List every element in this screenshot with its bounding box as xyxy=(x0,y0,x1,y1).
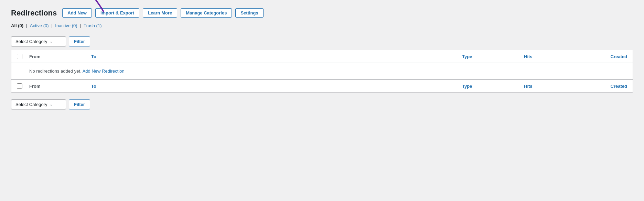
redirections-table: From To Type Hits Created No redirection… xyxy=(11,50,633,93)
select-category-label: Select Category xyxy=(15,39,47,44)
table-header-top: From To Type Hits Created xyxy=(11,50,633,63)
col-header-from-top: From xyxy=(29,54,91,59)
sublink-active[interactable]: Active (0) xyxy=(30,23,49,28)
select-category-top[interactable]: Select Category ⌄ xyxy=(11,36,66,46)
page-header: Redirections Add New Import & Export Lea… xyxy=(11,8,633,18)
col-header-to-bottom[interactable]: To xyxy=(91,84,462,89)
add-new-redirection-link[interactable]: Add New Redirection xyxy=(83,68,125,74)
sublinks-bar: All (0) | Active (0) | Inactive (0) | Tr… xyxy=(11,23,633,28)
col-header-hits-top[interactable]: Hits xyxy=(524,54,572,59)
filter-button-bottom[interactable]: Filter xyxy=(69,99,90,109)
select-category-bottom[interactable]: Select Category ⌄ xyxy=(11,99,66,109)
manage-categories-button[interactable]: Manage Categories xyxy=(181,8,232,18)
col-header-type-top[interactable]: Type xyxy=(462,54,524,59)
sublink-inactive[interactable]: Inactive (0) xyxy=(55,23,77,28)
empty-message: No redirections added yet. xyxy=(29,68,82,74)
col-header-from-bottom: From xyxy=(29,84,91,89)
select-all-checkbox-bottom[interactable] xyxy=(17,83,22,89)
chevron-down-icon-bottom: ⌄ xyxy=(50,102,53,107)
settings-button[interactable]: Settings xyxy=(235,8,263,18)
page-title: Redirections xyxy=(11,9,57,18)
filter-row-top: Select Category ⌄ Filter xyxy=(11,33,633,50)
table-empty-row: No redirections added yet. Add New Redir… xyxy=(11,63,633,80)
col-header-hits-bottom[interactable]: Hits xyxy=(524,84,572,89)
import-export-button[interactable]: Import & Export xyxy=(95,8,139,18)
header-checkbox-top[interactable] xyxy=(17,54,29,59)
learn-more-button[interactable]: Learn More xyxy=(143,8,177,18)
chevron-down-icon: ⌄ xyxy=(50,39,53,44)
col-header-to-top[interactable]: To xyxy=(91,54,462,59)
filter-row-bottom: Select Category ⌄ Filter xyxy=(11,96,633,113)
filter-button-top[interactable]: Filter xyxy=(69,36,90,46)
col-header-type-bottom[interactable]: Type xyxy=(462,84,524,89)
add-new-button[interactable]: Add New xyxy=(62,8,92,18)
header-checkbox-bottom[interactable] xyxy=(17,83,29,89)
sublink-all[interactable]: All (0) xyxy=(11,23,23,28)
col-header-created-bottom[interactable]: Created xyxy=(572,84,627,89)
sublink-trash[interactable]: Trash (1) xyxy=(84,23,101,28)
select-category-bottom-label: Select Category xyxy=(15,102,47,107)
col-header-created-top[interactable]: Created xyxy=(572,54,627,59)
select-all-checkbox-top[interactable] xyxy=(17,54,22,59)
add-new-wrapper: Add New xyxy=(62,8,92,18)
table-header-bottom: From To Type Hits Created xyxy=(11,80,633,92)
